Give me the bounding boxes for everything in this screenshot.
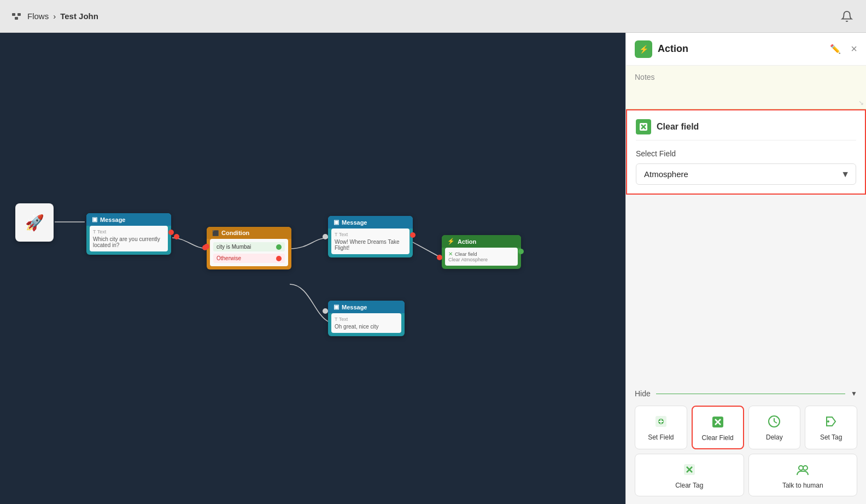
panel-edit-icon[interactable]: ✏️ — [830, 44, 841, 54]
action-node[interactable]: ⚡ Action ✕ Clear field Clear Atmosphere — [442, 235, 521, 269]
header: Flows › Test John — [0, 0, 866, 33]
clear-field-btn-label: Clear Field — [702, 434, 734, 442]
clear-field-btn-icon — [709, 413, 727, 431]
clear-tag-icon — [681, 461, 698, 478]
clear-tag-label: Clear Tag — [675, 482, 703, 489]
notification-bell[interactable] — [839, 8, 855, 25]
message-node-1-body: T Text Which city are you currently loca… — [90, 226, 168, 251]
condition-otherwise: Otherwise — [213, 254, 285, 263]
talk-to-human-label: Talk to human — [782, 482, 823, 489]
panel-header: ⚡ Action ✏️ × — [626, 33, 866, 66]
svg-point-23 — [803, 466, 808, 470]
clear-field-section: Clear field Select Field Atmosphere ▼ — [626, 109, 866, 195]
svg-rect-2 — [15, 17, 18, 20]
message-node-2-header: ▣ Message — [328, 216, 413, 228]
panel-header-icon: ⚡ — [635, 40, 652, 58]
flow-canvas[interactable]: 🚀 ▣ Message T Text Which city are you cu… — [0, 33, 625, 504]
svg-rect-1 — [17, 13, 21, 16]
flows-link[interactable]: Flows — [27, 11, 49, 21]
action-item: ✕ Clear field — [448, 251, 514, 257]
select-field-label: Select Field — [636, 149, 856, 158]
msg-icon-1: ▣ — [92, 216, 97, 223]
set-field-button[interactable]: Set Field — [635, 406, 687, 449]
svg-rect-0 — [12, 13, 15, 16]
message-node-2-body: T Text Wow! Where Dreams Take Flight! — [331, 228, 409, 254]
condition-match: city is Mumbai — [213, 242, 285, 251]
breadcrumb-separator: › — [53, 11, 56, 21]
panel-spacer — [626, 195, 866, 382]
panel-title: Action — [658, 43, 824, 55]
current-page: Test John — [60, 11, 98, 21]
set-field-icon — [652, 413, 670, 430]
message-node-1-header: ▣ Message — [86, 213, 171, 226]
set-field-label: Set Field — [648, 433, 674, 441]
hide-label: Hide — [635, 389, 651, 398]
condition-node-header: ⬛ Condition — [207, 227, 291, 239]
panel-close-button[interactable]: × — [851, 43, 857, 55]
condition-node-body: city is Mumbai Otherwise — [210, 239, 288, 266]
svg-line-17 — [774, 421, 777, 423]
action-panel-icon: ⚡ — [639, 45, 648, 54]
message-node-3[interactable]: ▣ Message T Text Oh great, nice city — [328, 301, 405, 336]
set-tag-label: Set Tag — [820, 433, 842, 441]
clear-field-title: Clear field — [657, 122, 699, 132]
set-tag-button[interactable]: Set Tag — [805, 406, 857, 449]
hide-arrow-icon[interactable]: ▼ — [851, 390, 857, 397]
message-node-1[interactable]: ▣ Message T Text Which city are you curr… — [86, 213, 171, 255]
action-node-header: ⚡ Action — [442, 235, 521, 248]
msg-icon-2: ▣ — [333, 219, 339, 226]
condition-node[interactable]: ⬛ Condition city is Mumbai Otherwise — [207, 227, 291, 269]
delay-label: Delay — [766, 433, 783, 441]
talk-to-human-icon — [794, 461, 811, 478]
message-node-3-body: T Text Oh great, nice city — [331, 313, 401, 333]
notes-area[interactable]: Notes ↘ — [626, 66, 866, 109]
field-select[interactable]: Atmosphere — [636, 163, 856, 185]
connections-svg — [0, 33, 625, 504]
talk-to-human-button[interactable]: Talk to human — [748, 454, 858, 496]
hide-section: Hide ▼ Set Field — [626, 382, 866, 504]
actions-grid-row1: Set Field Clear Field — [635, 406, 857, 449]
toggle-icon: ⬛ — [212, 230, 219, 236]
clear-field-icon — [636, 119, 651, 134]
rocket-icon: 🚀 — [25, 214, 44, 232]
notes-resize-handle[interactable]: ↘ — [858, 99, 864, 107]
hide-line — [656, 394, 845, 394]
svg-point-22 — [799, 466, 803, 470]
clear-field-button[interactable]: Clear Field — [692, 406, 744, 449]
msg-icon-3: ▣ — [333, 303, 339, 310]
right-panel: ⚡ Action ✏️ × Notes ↘ Clear field — [625, 33, 866, 504]
delay-button[interactable]: Delay — [748, 406, 801, 449]
main-layout: 🚀 ▣ Message T Text Which city are you cu… — [0, 33, 866, 504]
actions-grid-row2: Clear Tag Talk to human — [635, 454, 857, 496]
start-node: 🚀 — [15, 203, 54, 242]
action-icon: ⚡ — [447, 238, 455, 245]
clear-field-header: Clear field — [636, 119, 856, 140]
field-select-wrapper: Atmosphere ▼ — [636, 163, 856, 185]
clear-tag-button[interactable]: Clear Tag — [635, 454, 744, 496]
set-tag-icon — [822, 413, 840, 430]
svg-point-18 — [827, 420, 829, 423]
flows-icon — [11, 11, 22, 22]
delay-icon — [765, 413, 783, 430]
breadcrumb: Flows › Test John — [27, 11, 98, 21]
notes-label: Notes — [635, 73, 655, 81]
action-node-body: ✕ Clear field Clear Atmosphere — [445, 248, 518, 266]
hide-header: Hide ▼ — [635, 389, 857, 398]
message-node-2[interactable]: ▣ Message T Text Wow! Where Dreams Take … — [328, 216, 413, 257]
message-node-3-header: ▣ Message — [328, 301, 405, 313]
